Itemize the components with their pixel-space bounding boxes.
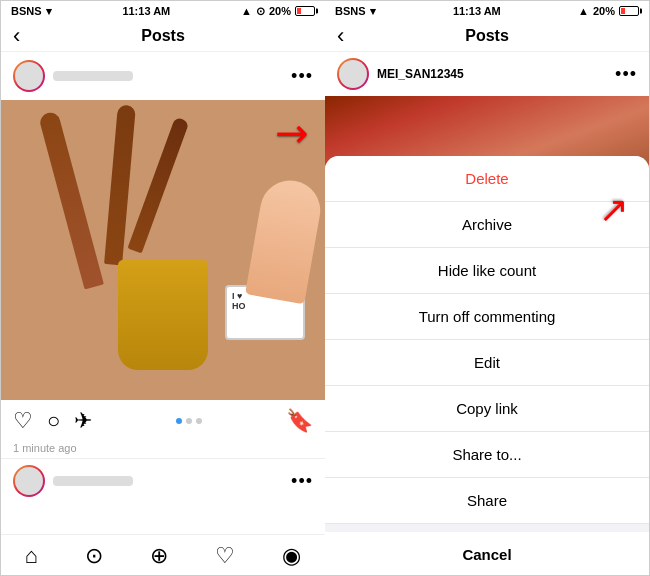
actions-left: ♡ ○ ✈ — [13, 408, 92, 434]
dot-3 — [196, 418, 202, 424]
page-title-left: Posts — [141, 27, 185, 45]
sheet-item-edit[interactable]: Edit — [325, 340, 649, 386]
dot-2 — [186, 418, 192, 424]
back-button-right[interactable]: ‹ — [337, 23, 344, 49]
sign-text1: I ♥ — [232, 291, 242, 301]
bottom-sheet: Delete Archive Hide like count Turn off … — [325, 156, 649, 576]
post-image-left: I ♥ HO ↗ — [1, 100, 325, 400]
sheet-item-share[interactable]: Share — [325, 478, 649, 524]
dots-indicator — [176, 418, 202, 424]
sheet-item-archive[interactable]: Archive — [325, 202, 649, 248]
more-button-left[interactable]: ••• — [291, 66, 313, 87]
right-panel: BSNS ▾ 11:13 AM ▲ 20% ‹ Posts MEI_SAN123… — [325, 1, 649, 576]
battery-pct-right: 20% — [593, 5, 615, 17]
sheet-item-share-to[interactable]: Share to... — [325, 432, 649, 478]
avatar-row-right: MEI_SAN12345 — [337, 58, 464, 90]
left-panel: BSNS ▾ 11:13 AM ▲ ⊙ 20% ‹ Posts ••• — [1, 1, 325, 576]
heart-nav-icon[interactable]: ♡ — [215, 543, 235, 569]
spoon1 — [38, 110, 104, 289]
comment-button-left[interactable]: ○ — [47, 408, 60, 434]
avatar-right[interactable] — [337, 58, 369, 90]
battery-icon-left — [295, 6, 315, 16]
wifi-icon: ▾ — [46, 5, 52, 18]
footer-avatar-row — [13, 465, 133, 497]
avatar-row-left — [13, 60, 133, 92]
footer-avatar[interactable] — [13, 465, 45, 497]
avatar-left[interactable] — [13, 60, 45, 92]
nav-bar-left: ‹ Posts — [1, 21, 325, 52]
search-nav-icon[interactable]: ⊙ — [85, 543, 103, 569]
carrier-right: BSNS — [335, 5, 366, 17]
hand — [245, 176, 325, 305]
sheet-item-hide-like-count[interactable]: Hide like count — [325, 248, 649, 294]
avatar-inner-right — [339, 60, 367, 88]
signal-icon-right: ▲ — [578, 5, 589, 17]
add-nav-icon[interactable]: ⊕ — [150, 543, 168, 569]
footer-username — [53, 476, 133, 486]
battery-fill-right — [621, 8, 625, 14]
home-nav-icon[interactable]: ⌂ — [25, 543, 38, 569]
footer-more-button[interactable]: ••• — [291, 471, 313, 492]
nav-bar-right: ‹ Posts — [325, 21, 649, 52]
more-button-right[interactable]: ••• — [615, 64, 637, 85]
sheet-item-copy-link[interactable]: Copy link — [325, 386, 649, 432]
wifi-icon-2: ⊙ — [256, 5, 265, 18]
carrier-left: BSNS — [11, 5, 42, 17]
username-right: MEI_SAN12345 — [377, 67, 464, 81]
wifi-icon-right: ▾ — [370, 5, 376, 18]
post-header-left: ••• — [1, 52, 325, 100]
username-left — [53, 71, 133, 81]
sheet-item-delete[interactable]: Delete — [325, 156, 649, 202]
bookmark-button-left[interactable]: 🔖 — [286, 408, 313, 434]
page-title-right: Posts — [465, 27, 509, 45]
status-right-right: ▲ 20% — [578, 5, 639, 17]
battery-left: 20% — [269, 5, 291, 17]
status-right: ▲ ⊙ 20% — [241, 5, 315, 18]
dot-1 — [176, 418, 182, 424]
time-ago-left: 1 minute ago — [1, 442, 325, 458]
footer-avatar-inner — [15, 467, 43, 495]
sign-text2: HO — [232, 301, 246, 311]
post-header-right: MEI_SAN12345 ••• — [325, 52, 649, 96]
status-left-right: BSNS ▾ — [335, 5, 376, 18]
profile-nav-icon[interactable]: ◉ — [282, 543, 301, 569]
bottom-nav-left: ⌂ ⊙ ⊕ ♡ ◉ — [1, 534, 325, 576]
like-button-left[interactable]: ♡ — [13, 408, 33, 434]
post-footer-left: ••• — [1, 458, 325, 503]
status-left: BSNS ▾ — [11, 5, 52, 18]
sheet-item-turn-off-commenting[interactable]: Turn off commenting — [325, 294, 649, 340]
watermark: wsxdm.com — [597, 565, 645, 575]
avatar-inner-left — [15, 62, 43, 90]
status-bar-left: BSNS ▾ 11:13 AM ▲ ⊙ 20% — [1, 1, 325, 21]
spoon3 — [128, 117, 190, 254]
vase — [118, 260, 208, 370]
signal-icon: ▲ — [241, 5, 252, 17]
battery-icon-right — [619, 6, 639, 16]
time-right: 11:13 AM — [453, 5, 501, 17]
back-button-left[interactable]: ‹ — [13, 23, 20, 49]
share-button-left[interactable]: ✈ — [74, 408, 92, 434]
battery-fill-left — [297, 8, 301, 14]
time-left: 11:13 AM — [122, 5, 170, 17]
post-scene-left: I ♥ HO — [1, 100, 325, 400]
status-bar-right: BSNS ▾ 11:13 AM ▲ 20% — [325, 1, 649, 21]
post-actions-left: ♡ ○ ✈ 🔖 — [1, 400, 325, 442]
